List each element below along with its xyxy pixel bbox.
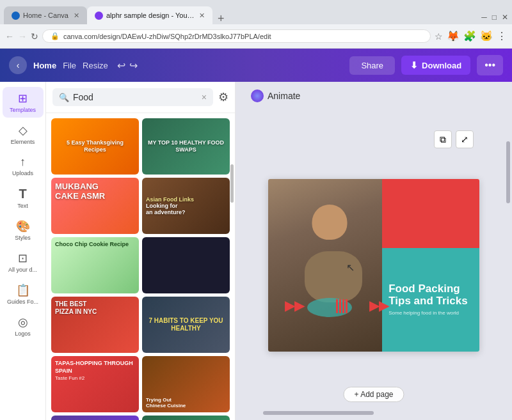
tab1-label: Home - Canva	[23, 12, 68, 19]
tab-inactive[interactable]: Home - Canva ✕	[4, 6, 87, 24]
design-subtitle: Some helping food in the world	[388, 310, 473, 316]
tab-active[interactable]: alphr sample design - YouTube T... ✕	[87, 6, 212, 24]
browser-chrome: Home - Canva ✕ alphr sample design - You…	[0, 0, 512, 49]
styles-icon: 🎨	[16, 219, 30, 233]
text-label: Text	[17, 203, 28, 209]
add-page-button[interactable]: + Add page	[343, 387, 404, 402]
maximize-button[interactable]: □	[492, 13, 497, 22]
profile-button[interactable]: 🦊	[447, 30, 460, 42]
address-bar: ← → ↻ 🔒 canva.com/design/DAEwU-zhDiw/SQh…	[0, 24, 512, 49]
template-card[interactable]: Asian Food Links Looking foran adventure…	[142, 178, 230, 234]
drag-arrows-overlay: ▶▶	[285, 298, 304, 313]
design-teal-block: Food Packing Tips and Tricks Some helpin…	[382, 248, 479, 352]
reload-button[interactable]: ↻	[31, 31, 38, 42]
tab1-close[interactable]: ✕	[74, 12, 79, 20]
back-button[interactable]: ←	[5, 31, 14, 42]
sidebar-item-styles[interactable]: 🎨 Styles	[3, 215, 44, 245]
panel-scrollbar[interactable]	[230, 164, 234, 203]
templates-label: Templates	[10, 107, 36, 113]
undo-button[interactable]: ↩	[117, 59, 125, 72]
canvas-hscrollbar[interactable]	[263, 411, 374, 415]
text-icon: T	[19, 187, 26, 201]
canvas-workspace[interactable]: ⧉ ⤢ Food Packing Tips and Tricks	[236, 110, 512, 420]
sidebar-item-logos[interactable]: ◎ Logos	[3, 311, 44, 341]
redo-button[interactable]: ↪	[129, 59, 138, 72]
template-card[interactable]: TAPAS-HOPPING THROUGH SPAINTaste Fun #2	[51, 356, 139, 412]
sidebar-item-uploads[interactable]: ↑ Uploads	[3, 151, 44, 181]
canva-topbar: ‹ Home File Resize ↩ ↪ Share ⬇ Download …	[0, 49, 512, 82]
close-window-button[interactable]: ✕	[502, 13, 508, 22]
search-input-wrap[interactable]: 🔍 ×	[52, 88, 213, 106]
download-button[interactable]: ⬇ Download	[401, 56, 470, 75]
template-card[interactable]: FAVORITE PASTA DISHES	[51, 416, 139, 420]
template-card[interactable]	[142, 237, 230, 293]
sidebar-item-text[interactable]: T Text	[3, 182, 44, 214]
canvas-toolbar: Animate	[236, 82, 512, 110]
animate-button[interactable]: Animate	[246, 87, 305, 105]
template-card[interactable]: MY TOP 10 HEALTHY FOOD SWAPS	[142, 118, 230, 175]
tab2-close[interactable]: ✕	[199, 12, 205, 20]
frame-actions: ⧉ ⤢	[434, 130, 474, 148]
left-sidebar: ⊞ Templates ◇ Elements ↑ Uploads T Text …	[0, 82, 46, 420]
extensions-button[interactable]: 🧩	[463, 30, 476, 42]
filter-button[interactable]: ⚙	[218, 90, 228, 104]
sidebar-item-guides[interactable]: 📋 Guides Fo...	[3, 279, 44, 309]
resize-button[interactable]: Resize	[83, 61, 108, 70]
main-layout: ⊞ Templates ◇ Elements ↑ Uploads T Text …	[0, 82, 512, 420]
arrow-right-overlay: ▶▶	[369, 298, 388, 313]
logos-icon: ◎	[18, 315, 28, 329]
logos-label: Logos	[15, 331, 31, 337]
template-card[interactable]: 5 Easy Thanksgiving Recipes	[51, 118, 139, 175]
back-to-home-button[interactable]: ‹	[9, 56, 27, 74]
uploads-label: Uploads	[12, 170, 33, 176]
add-tab-button[interactable]: +	[212, 13, 230, 24]
template-card[interactable]: THE BESTPIZZA IN NYC	[51, 297, 139, 353]
design-canvas[interactable]: Food Packing Tips and Tricks Some helpin…	[268, 179, 479, 352]
all-label: All your d...	[8, 267, 37, 273]
minimize-button[interactable]: ─	[481, 13, 487, 22]
sidebar-item-all[interactable]: ⊡ All your d...	[3, 247, 44, 277]
template-card[interactable]: HEALTHY MEAL PREP IDEAS	[142, 416, 230, 420]
all-icon: ⊡	[18, 251, 28, 265]
template-card[interactable]: Choco Chip Cookie Recipe	[51, 237, 139, 293]
template-card[interactable]: 7 HABITS TO KEEP YOU HEALTHY	[142, 297, 230, 353]
address-input[interactable]: 🔒 canva.com/design/DAEwU-zhDiw/SQhp2rDrM…	[42, 29, 431, 43]
address-text: canva.com/design/DAEwU-zhDiw/SQhp2rDrMD3…	[63, 33, 271, 40]
expand-frame-button[interactable]: ⤢	[456, 130, 474, 148]
more-options-button[interactable]: •••	[477, 55, 503, 75]
design-red-block	[382, 179, 479, 255]
sidebar-item-templates[interactable]: ⊞ Templates	[3, 87, 44, 118]
download-icon: ⬇	[410, 60, 418, 70]
bookmark-button[interactable]: ☆	[435, 31, 443, 42]
design-title-text: Food Packing Tips and Tricks	[388, 283, 473, 307]
tab2-label: alphr sample design - YouTube T...	[106, 12, 196, 19]
search-bar: 🔍 × ⚙	[46, 82, 235, 113]
animate-label: Animate	[268, 91, 300, 101]
search-input[interactable]	[73, 92, 198, 102]
canvas-scrollbar[interactable]	[506, 141, 510, 203]
template-card[interactable]: Trying OutChinese Cuisine	[142, 356, 230, 412]
template-card[interactable]: MUKBANGCAKE ASMR	[51, 178, 139, 234]
canva-tab-icon	[95, 12, 103, 20]
elements-label: Elements	[11, 139, 35, 145]
templates-icon: ⊞	[18, 91, 28, 105]
home-button[interactable]: Home	[33, 61, 56, 70]
search-clear-button[interactable]: ×	[202, 93, 207, 102]
animate-icon	[251, 89, 264, 102]
elements-icon: ◇	[19, 123, 28, 137]
styles-label: Styles	[15, 235, 31, 241]
sidebar-item-elements[interactable]: ◇ Elements	[3, 119, 44, 150]
canva-home-icon	[12, 12, 20, 20]
file-button[interactable]: File	[63, 61, 76, 70]
guides-icon: 📋	[16, 283, 30, 297]
download-label: Download	[422, 61, 461, 70]
avatar-button[interactable]: 🐱	[480, 30, 493, 42]
menu-button[interactable]: ⋮	[497, 30, 507, 42]
share-button[interactable]: Share	[349, 56, 395, 75]
forward-button[interactable]: →	[18, 31, 27, 42]
uploads-icon: ↑	[20, 155, 26, 169]
guides-label: Guides Fo...	[7, 299, 38, 305]
canvas-area: Animate ⧉ ⤢	[236, 82, 512, 420]
templates-panel: 🔍 × ⚙ 5 Easy Thanksgiving Recipes MY TOP…	[46, 82, 236, 420]
copy-frame-button[interactable]: ⧉	[434, 130, 452, 148]
